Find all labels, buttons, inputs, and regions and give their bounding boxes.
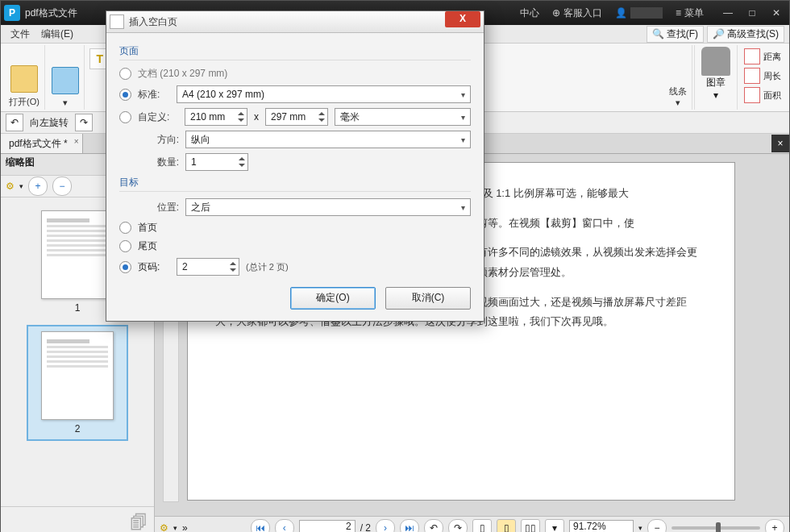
- last-page-label: 尾页: [138, 239, 157, 253]
- tab-document[interactable]: pdf格式文件 * ×: [1, 134, 83, 153]
- rotate-left-label: 向左旋转: [30, 116, 69, 130]
- custom-label: 自定义:: [138, 110, 178, 124]
- view-single-icon[interactable]: ▯: [472, 519, 492, 532]
- radio-last-page[interactable]: [119, 240, 131, 252]
- radio-document-size[interactable]: [119, 68, 131, 80]
- perimeter-icon: [744, 68, 760, 84]
- menu-edit[interactable]: 编辑(E): [36, 26, 78, 43]
- ribbon-open-label: 打开(O): [9, 96, 40, 108]
- position-label: 位置:: [119, 201, 179, 214]
- ribbon-open-group[interactable]: 打开(O): [4, 45, 45, 110]
- radio-document-label: 文档 (210 x 297 mm): [138, 67, 227, 81]
- titlebar-center-link[interactable]: 中心: [520, 6, 539, 20]
- nav-first-icon[interactable]: ⏮: [251, 519, 270, 532]
- page-number-input[interactable]: 2: [299, 520, 356, 532]
- status-expand-icon[interactable]: »: [182, 522, 188, 532]
- thumbnail-page-2[interactable]: 2: [27, 325, 128, 441]
- dialog-title: 插入空白页: [129, 15, 445, 29]
- status-options-icon[interactable]: ⚙: [160, 522, 168, 532]
- nav-forward-icon[interactable]: ↷: [448, 519, 468, 532]
- tab-close-icon[interactable]: ×: [74, 137, 79, 146]
- tabs-close-all[interactable]: ×: [771, 135, 789, 152]
- dialog-icon: [110, 15, 124, 29]
- orientation-select[interactable]: 纵向: [185, 131, 471, 148]
- dialog-close-button[interactable]: X: [445, 11, 480, 27]
- measure-perimeter[interactable]: 周长: [744, 68, 781, 84]
- window-close[interactable]: ✕: [767, 5, 786, 21]
- total-pages-hint: (总计 2 页): [246, 261, 289, 273]
- thumbnails-zoom-in[interactable]: +: [28, 177, 48, 196]
- custom-width-input[interactable]: 210 mm: [185, 108, 247, 126]
- advanced-find-button[interactable]: 🔎高级查找(S): [707, 26, 784, 43]
- stamp-label: 图章: [706, 76, 726, 89]
- thumbnail-2-number: 2: [33, 423, 122, 434]
- section-page: 页面: [119, 44, 471, 60]
- rotate-left-icon[interactable]: ↶: [6, 114, 23, 131]
- custom-height-input[interactable]: 297 mm: [265, 108, 328, 126]
- window-minimize[interactable]: —: [718, 5, 738, 21]
- quantity-label: 数量:: [119, 156, 179, 169]
- save-dropdown-icon: ▾: [63, 98, 68, 108]
- open-folder-icon: [10, 65, 38, 93]
- ribbon-save-group[interactable]: ▾: [47, 45, 85, 110]
- stamp-icon: [701, 47, 730, 76]
- ribbon-measure-group: 距离 周长 面积: [739, 45, 786, 110]
- dim-separator: x: [254, 111, 259, 123]
- find-button[interactable]: 🔍查找(F): [647, 26, 704, 43]
- radio-first-page[interactable]: [119, 222, 131, 234]
- radio-custom-size[interactable]: [119, 111, 131, 123]
- thumbnails-footer: 🗐: [1, 506, 154, 532]
- lines-label: 线条: [669, 85, 687, 98]
- nav-next-icon[interactable]: ›: [376, 519, 395, 532]
- thumbnails-zoom-out[interactable]: −: [52, 177, 72, 196]
- view-facing-icon[interactable]: ▯▯: [521, 519, 540, 532]
- standard-label: 标准:: [138, 88, 170, 102]
- quantity-input[interactable]: 1: [185, 153, 248, 171]
- zoom-slider[interactable]: [672, 526, 760, 530]
- app-logo: P: [4, 5, 20, 21]
- nav-back-icon[interactable]: ↶: [424, 519, 443, 532]
- thumbnails-options-icon[interactable]: ⚙: [6, 181, 15, 192]
- status-bar: ⚙▾ » ⏮ ‹ 2 / 2 › ⏭ ↶ ↷ ▯ ▯ ▯▯ ▾ 91.72%▾ …: [155, 516, 789, 532]
- nav-prev-icon[interactable]: ‹: [275, 519, 294, 532]
- titlebar-support-link[interactable]: ⊕客服入口: [552, 6, 602, 20]
- radio-page-number[interactable]: [119, 261, 131, 273]
- pages-stack-icon: 🗐: [130, 513, 148, 532]
- titlebar-user[interactable]: 👤: [615, 7, 663, 19]
- app-title: pdf格式文件: [25, 6, 77, 20]
- view-more-icon[interactable]: ▾: [545, 519, 564, 532]
- window-maximize[interactable]: □: [742, 5, 762, 21]
- radio-standard-size[interactable]: [119, 89, 131, 101]
- measure-distance[interactable]: 距离: [744, 48, 781, 64]
- unit-select[interactable]: 毫米: [335, 108, 471, 126]
- insert-blank-page-dialog: 插入空白页 X 页面 文档 (210 x 297 mm) 标准: A4 (210…: [106, 10, 484, 322]
- ribbon-stamp-group[interactable]: 图章 ▾: [694, 45, 738, 110]
- view-continuous-icon[interactable]: ▯: [497, 519, 516, 532]
- menu-file[interactable]: 文件: [6, 26, 35, 43]
- nav-last-icon[interactable]: ⏭: [400, 519, 419, 532]
- ok-button[interactable]: 确定(O): [290, 287, 376, 310]
- rotate-right-icon[interactable]: ↷: [75, 114, 93, 131]
- page-number-input[interactable]: 2: [177, 258, 239, 276]
- position-select[interactable]: 之后: [185, 198, 471, 216]
- first-page-label: 首页: [138, 221, 157, 235]
- app-window: P pdf格式文件 中心 ⊕客服入口 👤 ≡菜单 — □ ✕ 文件 编辑(E) …: [0, 0, 790, 532]
- cancel-button[interactable]: 取消(C): [385, 287, 471, 310]
- standard-size-select[interactable]: A4 (210 x 297 mm): [177, 85, 471, 103]
- orientation-label: 方向:: [119, 133, 179, 147]
- section-target: 目标: [119, 176, 471, 192]
- save-icon: [52, 67, 79, 94]
- tab-label: pdf格式文件 *: [9, 137, 68, 151]
- ribbon-lines-group[interactable]: 线条 ▾: [664, 45, 692, 110]
- zoom-value[interactable]: 91.72%: [569, 520, 634, 532]
- measure-area[interactable]: 面积: [744, 87, 781, 103]
- page-number-label: 页码:: [138, 260, 170, 274]
- titlebar-menu[interactable]: ≡菜单: [676, 6, 704, 20]
- page-total: / 2: [360, 522, 371, 532]
- area-icon: [744, 87, 760, 103]
- zoom-out-icon[interactable]: −: [647, 519, 667, 532]
- zoom-in-icon[interactable]: +: [765, 519, 784, 532]
- distance-icon: [744, 48, 760, 64]
- dialog-titlebar[interactable]: 插入空白页 X: [106, 11, 484, 33]
